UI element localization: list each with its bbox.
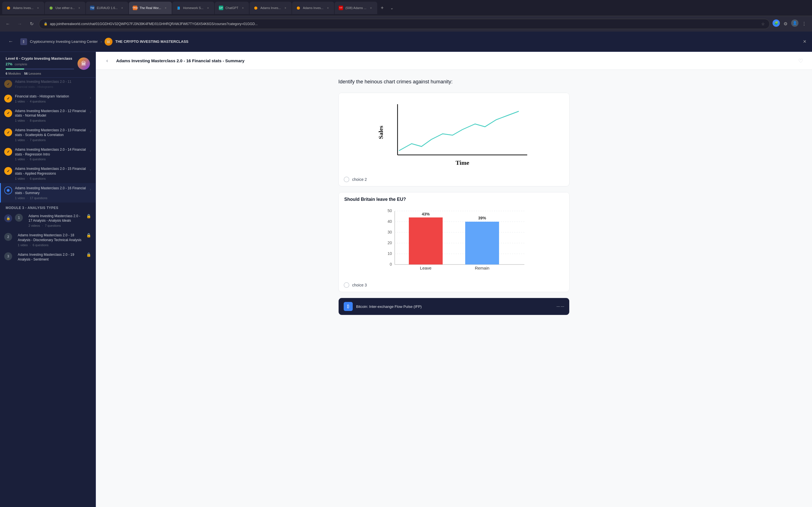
app-header: ← ₿ Cryptocurrency Investing Learning Ce… [0, 32, 812, 52]
tab-9-label: (508) Adams ... [345, 6, 366, 10]
tab-6[interactable]: GP ChatGPT × [215, 2, 249, 14]
reload-button[interactable]: ↻ [27, 19, 36, 29]
choice-3-footer: choice 3 [339, 278, 569, 292]
module3-lesson-1-lock: 🔒 [86, 214, 91, 218]
chrome-icon[interactable]: ⚙ [781, 19, 790, 29]
tab-8-close[interactable]: × [326, 6, 330, 10]
app-back-button[interactable]: ← [6, 37, 16, 47]
module3-lesson-2-content: Adams Investing Masterclass 2.0 - 18 Ana… [18, 233, 84, 247]
lesson-2-title: Adams Investing Masterclass 2.0 - 12 Fin… [15, 109, 87, 118]
tab-2[interactable]: 🟢 Use either o... × [45, 2, 86, 14]
masterclass-icon: 🏛 [105, 38, 112, 46]
breadcrumb-separator: › [101, 40, 102, 44]
svg-text:43%: 43% [422, 212, 430, 216]
toolbar-actions: 🧩 ⚙ 👤 ⋮ [772, 19, 809, 29]
tab-8-favicon: 🟠 [296, 6, 301, 10]
lesson-item-1[interactable]: ✓ Financial stats - Histogram Variation … [0, 91, 96, 106]
close-button[interactable]: × [803, 38, 806, 45]
preview-title: Bitcoin: Inter-exchange Flow Pulse (IFP) [356, 304, 422, 309]
tab-6-label: ChatGPT [225, 6, 239, 10]
tab-7[interactable]: 🟠 Adams Inves... × [250, 2, 292, 14]
sidebar: Level 6 - Crypto Investing Masterclass 2… [0, 52, 96, 507]
bar-leave [409, 217, 443, 265]
lesson-4-content: Adams Investing Masterclass 2.0 - 14 Fin… [15, 147, 87, 161]
lesson-5-title: Adams Investing Masterclass 2.0 - 15 Fin… [15, 166, 87, 176]
sidebar-header-row: Level 6 - Crypto Investing Masterclass 2… [6, 56, 90, 75]
bookmark-icon[interactable]: ☆ [761, 22, 765, 26]
breadcrumb-item1[interactable]: Cryptocurrency Investing Learning Center [30, 40, 98, 44]
lesson-item-5[interactable]: ✓ Adams Investing Masterclass 2.0 - 15 F… [0, 164, 96, 183]
tab-9[interactable]: YT (508) Adams ... × [335, 2, 377, 14]
tab-4[interactable]: TRW The Real Wor... × [129, 2, 172, 14]
profile-button[interactable]: 👤 [791, 19, 799, 27]
sidebar-header: Level 6 - Crypto Investing Masterclass 2… [0, 52, 96, 78]
new-tab-button[interactable]: + [378, 3, 387, 12]
tab-3-close[interactable]: × [120, 6, 124, 10]
tab-1[interactable]: 🟠 Adams Inves... × [2, 2, 44, 14]
tab-9-favicon: YT [339, 6, 343, 10]
content-header: ‹ Adams Investing Masterclass 2.0 - 16 F… [96, 52, 812, 70]
progress-label: complete [15, 62, 28, 66]
lesson-content: Adams Investing Masterclass 2.0 - 11 Fin… [15, 79, 91, 89]
more-tabs-button[interactable]: ⌄ [388, 3, 396, 12]
lesson-meta: Financial stats - Histograms [15, 85, 91, 89]
tab-3-label: EURAUD 1.6... [97, 6, 117, 10]
lesson-item-2[interactable]: ✓ Adams Investing Masterclass 2.0 - 12 F… [0, 106, 96, 125]
lesson-item-faded[interactable]: ✓ Adams Investing Masterclass 2.0 - 11 F… [0, 78, 96, 91]
lesson-item-6[interactable]: Adams Investing Masterclass 2.0 - 16 Fin… [0, 183, 96, 203]
tab-5[interactable]: 📘 Homework S... × [172, 2, 214, 14]
menu-button[interactable]: ⋮ [800, 19, 809, 29]
bar-remain [465, 222, 499, 265]
module-3-header: Module 3 - Analysis Types [0, 203, 96, 211]
tab-7-close[interactable]: × [283, 6, 288, 10]
back-nav-button[interactable]: ← [3, 19, 12, 29]
content-title: Adams Investing Masterclass 2.0 - 16 Fin… [116, 58, 792, 63]
module3-lesson-1-content: Adams Investing Masterclass 2.0 - 17 Ana… [29, 214, 84, 228]
choice-card-3: Should Britain leave the EU? 50 40 [338, 192, 569, 292]
lesson-2-arrow: › [90, 110, 91, 114]
module3-lesson-1-meta: 2 videos · 7 questions [29, 224, 84, 227]
module3-lesson-1-title: Adams Investing Masterclass 2.0 - 17 Ana… [29, 214, 84, 223]
lesson-3-arrow: › [90, 129, 91, 133]
choice-2-radio[interactable] [344, 177, 349, 182]
tab-2-favicon: 🟢 [49, 6, 53, 10]
address-bar: ← → ↻ 🔒 app.jointherealworld.com/chat/01… [0, 16, 812, 32]
tab-2-close[interactable]: × [77, 6, 82, 10]
favorite-button[interactable]: ♡ [796, 56, 805, 65]
lesson-item-4[interactable]: ✓ Adams Investing Masterclass 2.0 - 14 F… [0, 145, 96, 164]
user-avatar: 🏛 [78, 57, 90, 70]
tab-8[interactable]: 🟠 Adams Inves... × [292, 2, 334, 14]
lesson-3-content: Adams Investing Masterclass 2.0 - 13 Fin… [15, 128, 87, 142]
lesson-3-check: ✓ [4, 128, 12, 136]
line-chart-svg: Sales Time [344, 99, 564, 166]
svg-text:Leave: Leave [420, 266, 432, 270]
preview-card-inner: ₿ Bitcoin: Inter-exchange Flow Pulse (IF… [339, 298, 569, 315]
address-input[interactable]: 🔒 app.jointherealworld.com/chat/01GGDHGV… [39, 19, 770, 29]
modules-stat: 6 Modules [6, 72, 21, 75]
svg-text:Remain: Remain [475, 266, 490, 270]
module3-lesson-3[interactable]: 3 Adams Investing Masterclass 2.0 - 19 A… [0, 249, 96, 266]
module3-lesson-1[interactable]: 🔒 1 1 Adams Investing Masterclass 2.0 - … [0, 211, 96, 230]
module3-lesson-2-title: Adams Investing Masterclass 2.0 - 18 Ana… [18, 233, 84, 242]
choice-3-radio[interactable] [344, 282, 349, 288]
lesson-item-3[interactable]: ✓ Adams Investing Masterclass 2.0 - 13 F… [0, 125, 96, 145]
tab-5-favicon: 📘 [176, 6, 181, 10]
forward-nav-button[interactable]: → [15, 19, 24, 29]
lesson-1-meta: 1 video · 4 questions [15, 100, 87, 103]
breadcrumb-item2: THE CRYPTO INVESTING MASTERCLASS [115, 40, 188, 44]
tab-5-close[interactable]: × [206, 6, 210, 10]
choice-3-label: choice 3 [352, 283, 367, 287]
tab-4-close[interactable]: × [163, 6, 168, 10]
tab-3[interactable]: TW EURAUD 1.6... × [86, 2, 128, 14]
content-back-button[interactable]: ‹ [103, 56, 112, 65]
extensions-button[interactable]: 🧩 [772, 19, 780, 27]
lesson-4-meta: 1 video · 6 questions [15, 158, 87, 161]
module3-lesson-2[interactable]: 2 Adams Investing Masterclass 2.0 - 18 A… [0, 230, 96, 249]
svg-text:Time: Time [456, 159, 469, 166]
tab-6-close[interactable]: × [241, 6, 245, 10]
choice-card-2: Sales Time choice 2 [338, 93, 569, 186]
lock-icon: 🔒 [44, 22, 48, 25]
tab-1-close[interactable]: × [36, 6, 40, 10]
tab-9-close[interactable]: × [369, 6, 373, 10]
lesson-4-arrow: › [90, 149, 91, 153]
